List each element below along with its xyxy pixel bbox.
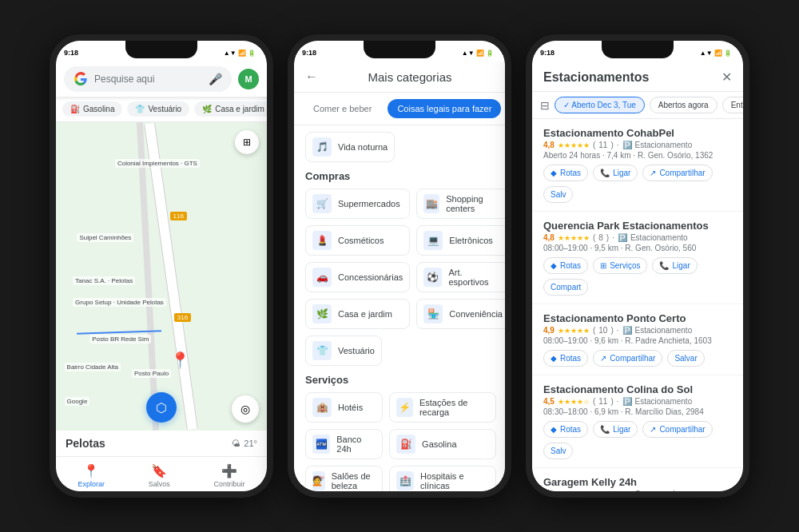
result-4-actions: ◆ Rotas 📞 Ligar ↗ Compartilhar Salv [543, 421, 732, 459]
filter-icon[interactable]: ⊟ [540, 99, 550, 112]
map-label-posto-br: Posto BR Rede Sim [89, 335, 151, 343]
map-label-tanac: Tanac S.A. · Pelotas [73, 276, 135, 285]
cat-vida-noturna[interactable]: 🎵 Vida noturna [305, 132, 395, 162]
result-4-salvar[interactable]: Salv [543, 443, 573, 459]
phone3-content: Estacionamentos ✕ ⊟ ✓ Aberto Dec 3, Tue … [532, 62, 743, 491]
phone3-title: Estacionamentos [543, 70, 649, 85]
map-label-posto-paulo: Posto Paulo [132, 369, 171, 378]
location-btn[interactable]: ◎ [232, 395, 259, 423]
cat-saloes[interactable]: 💇 Salões de beleza [305, 466, 383, 491]
map-label-colonial: Colonial Implementos · GTS [115, 159, 200, 168]
filter-open[interactable]: Abertos agora [650, 97, 718, 113]
result-3: Estacionamento Ponto Certo 4,9 ★★★★★ (10… [532, 304, 743, 375]
map-label-grupo: Grupo Setup · Unidade Pelotas [73, 298, 166, 307]
result-2-meta: 4,8 ★★★★★ (8) · 🅿️ Estacionamento [543, 233, 732, 242]
result-2-name[interactable]: Querencia Park Estacionamentos [543, 220, 732, 232]
highway-label-1: 116 [170, 212, 187, 220]
filter-entrada[interactable]: Entrada c [722, 97, 743, 113]
nav-explorar[interactable]: 📍 Explorar [78, 463, 105, 488]
result-1: Estacionamento CohabPel 4,8 ★★★★★ (11) ·… [532, 119, 743, 212]
result-3-rotas[interactable]: ◆ Rotas [543, 350, 588, 367]
result-4-rotas[interactable]: ◆ Rotas [543, 421, 588, 438]
results-list: Estacionamento CohabPel 4,8 ★★★★★ (11) ·… [532, 119, 743, 491]
result-3-actions: ◆ Rotas ↗ Compartilhar Salvar [543, 350, 732, 367]
result-1-actions: ◆ Rotas 📞 Ligar ↗ Compartilhar Salv [543, 165, 732, 203]
result-1-rotas[interactable]: ◆ Rotas [543, 165, 588, 181]
result-2: Querencia Park Estacionamentos 4,8 ★★★★★… [532, 212, 743, 304]
result-4-compartilhar[interactable]: ↗ Compartilhar [642, 421, 712, 438]
phone-2: 9:18 ▲▼ 📶 🔋 ← Mais categorias Comer e be… [288, 34, 511, 498]
highway-label-2: 316 [174, 313, 191, 322]
tab-coisas[interactable]: Coisas legais para fazer [388, 99, 501, 118]
back-button[interactable]: ← [305, 69, 318, 84]
pill-vestuario[interactable]: 👕 Vestuário [127, 101, 189, 117]
phone2-content: ← Mais categorias Comer e beber Coisas l… [294, 62, 505, 491]
search-placeholder: Pesquise aqui [94, 73, 202, 85]
cat-gasolina[interactable]: ⛽ Gasolina [389, 429, 496, 459]
phone-3: 9:18 ▲▼ 📶 🔋 Estacionamentos ✕ ⊟ ✓ Aberto… [526, 34, 749, 498]
section-servicos-title: Serviços [305, 374, 494, 386]
parking-icon-1: 🅿️ [622, 141, 632, 149]
city-name: Pelotas [66, 437, 105, 450]
result-3-address: 08:00–19:00 · 9,6 km · R. Padre Anchieta… [543, 336, 732, 345]
cat-hoteis[interactable]: 🏨 Hotéis [305, 392, 383, 423]
compras-grid: 🛒 Supermercados 🏬 Shopping centers 💄 Cos… [305, 189, 494, 329]
avatar[interactable]: M [238, 69, 259, 89]
notch-1 [125, 41, 197, 58]
nav-salvos[interactable]: 🔖 Salvos [149, 463, 170, 488]
pill-casa[interactable]: 🌿 Casa e jardim [194, 101, 267, 117]
result-2-servicos[interactable]: ⊞ Serviços [593, 257, 647, 274]
bottom-bar: Pelotas 🌤 21° [56, 431, 267, 456]
result-2-address: 08:00–19:00 · 9,5 km · R. Gen. Osório, 5… [543, 244, 732, 252]
result-4-name[interactable]: Estacionamento Colina do Sol [543, 383, 732, 395]
map-area[interactable]: Colonial Implementos · GTS Sulpel Caminh… [56, 122, 267, 431]
result-3-compartilhar[interactable]: ↗ Compartilhar [593, 350, 662, 367]
mic-icon[interactable]: 🎤 [209, 73, 222, 85]
search-input-container[interactable]: Pesquise aqui 🎤 [64, 66, 232, 92]
result-1-name[interactable]: Estacionamento CohabPel [543, 127, 732, 139]
cat-concessionarias[interactable]: 🚗 Concessionárias [305, 262, 410, 292]
time-2: 9:18 [302, 49, 316, 57]
nav-contribuir[interactable]: ➕ Contribuir [214, 463, 245, 488]
cat-vestuario[interactable]: 👕 Vestuário [305, 335, 382, 366]
result-1-address: Aberto 24 horas · 7,4 km · R. Gen. Osóri… [543, 151, 732, 160]
time-3: 9:18 [540, 49, 555, 57]
filter-date[interactable]: ✓ Aberto Dec 3, Tue [555, 97, 645, 113]
result-3-salvar[interactable]: Salvar [667, 350, 704, 367]
tab-bar: Comer e beber Coisas legais para fazer C… [294, 93, 505, 125]
navigate-btn[interactable]: ⬡ [146, 392, 177, 423]
map-pin: 📍 [170, 351, 190, 370]
layers-btn[interactable]: ⊞ [235, 130, 259, 154]
cat-cosmeticos[interactable]: 💄 Cosméticos [305, 225, 410, 256]
pill-gasolina[interactable]: ⛽ Gasolina [62, 101, 122, 117]
result-1-salvar[interactable]: Salv [543, 186, 573, 203]
phone-1: 9:18 ▲▼ 📶 🔋 Pesquise aqui 🎤 [50, 34, 273, 498]
close-button[interactable]: ✕ [721, 69, 732, 85]
result-4-ligar[interactable]: 📞 Ligar [593, 421, 638, 438]
cat-banco[interactable]: 🏧 Banco 24h [305, 429, 383, 459]
cat-conveniencia[interactable]: 🏪 Conveniência [416, 299, 505, 329]
result-1-compartilhar[interactable]: ↗ Compartilhar [642, 165, 712, 181]
result-2-ligar[interactable]: 📞 Ligar [652, 257, 697, 274]
result-2-actions: ◆ Rotas ⊞ Serviços 📞 Ligar Compart [543, 257, 732, 296]
result-2-compartilhar[interactable]: Compart [543, 279, 588, 296]
result-5-meta: 4,6 ★★★★☆ (24) · 🅿️ Garagem de estaciona… [543, 490, 732, 491]
cat-supermercados[interactable]: 🛒 Supermercados [305, 189, 410, 219]
nav-bar: 📍 Explorar 🔖 Salvos ➕ Contribuir [56, 456, 267, 491]
time-1: 9:18 [64, 49, 78, 57]
result-3-name[interactable]: Estacionamento Ponto Certo [543, 312, 732, 324]
section-compras-title: Compras [305, 170, 494, 182]
cat-eletronicos[interactable]: 💻 Eletrônicos [416, 225, 505, 256]
parking-icon-2: 🅿️ [618, 233, 627, 242]
signal-1: ▲▼ 📶 🔋 [224, 50, 256, 57]
result-2-rotas[interactable]: ◆ Rotas [543, 257, 588, 274]
cat-casa-jardim[interactable]: 🌿 Casa e jardim [305, 299, 410, 329]
tab-comer[interactable]: Comer e beber [304, 99, 381, 118]
cat-shopping-centers[interactable]: 🏬 Shopping centers [416, 189, 505, 219]
cat-hospitais[interactable]: 🏥 Hospitais e clínicas [389, 466, 496, 491]
cat-estacoes[interactable]: ⚡ Estações de recarga [389, 392, 496, 423]
cat-art-esportivos[interactable]: ⚽ Art. esportivos [416, 262, 505, 292]
result-5-name[interactable]: Garagem Kelly 24h [543, 476, 732, 488]
result-1-ligar[interactable]: 📞 Ligar [593, 165, 638, 181]
map-label-google: Google [65, 397, 90, 406]
